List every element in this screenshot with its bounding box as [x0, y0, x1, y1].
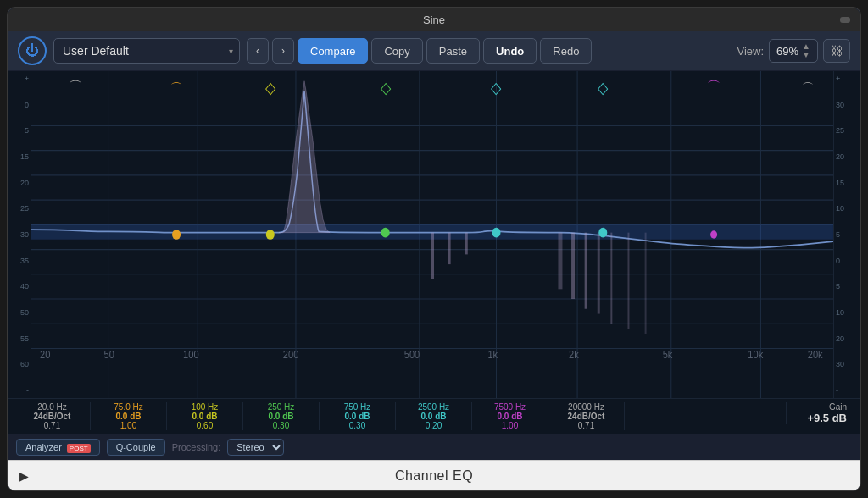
copy-button[interactable]: Copy [371, 38, 422, 64]
title-bar: Sine [8, 8, 860, 31]
svg-point-40 [598, 228, 607, 238]
post-badge: POST [67, 444, 91, 453]
link-icon: ⛓ [831, 44, 843, 58]
svg-text:◇: ◇ [598, 79, 609, 97]
undo-button[interactable]: Undo [483, 38, 537, 64]
toolbar: ⏻ User Default ▾ ‹ › Compare Copy Paste … [8, 31, 860, 71]
band-info-1: 20.0 Hz 24dB/Oct 0.71 [14, 402, 91, 430]
eq-right-db-labels: + 30 25 20 15 10 5 0 5 10 20 30 - [833, 71, 860, 398]
view-group: View: 69% ▲▼ ⛓ [737, 39, 851, 63]
svg-point-37 [266, 230, 275, 240]
power-icon: ⏻ [25, 44, 39, 58]
svg-text:100: 100 [183, 348, 199, 361]
svg-text:⌒: ⌒ [707, 79, 721, 97]
svg-point-38 [381, 228, 390, 238]
svg-text:500: 500 [404, 348, 420, 361]
svg-text:⌒: ⌒ [170, 80, 182, 96]
svg-text:⌒: ⌒ [802, 80, 814, 96]
svg-text:20k: 20k [808, 348, 824, 361]
svg-text:2k: 2k [569, 348, 580, 361]
eq-info-bar: 20.0 Hz 24dB/Oct 0.71 75.0 Hz 0.0 dB 1.0… [8, 398, 860, 434]
q-couple-button[interactable]: Q-Couple [107, 439, 165, 456]
view-label: View: [737, 45, 765, 58]
eq-canvas[interactable]: ⌒ ⌒ ◇ ◇ ◇ ◇ ⌒ ⌒ [31, 71, 833, 398]
eq-svg: ⌒ ⌒ ◇ ◇ ◇ ◇ ⌒ ⌒ [31, 71, 833, 398]
play-button[interactable]: ▶ [19, 469, 29, 483]
power-button[interactable]: ⏻ [18, 36, 47, 65]
svg-text:◇: ◇ [265, 79, 276, 97]
svg-text:50: 50 [104, 348, 115, 361]
controls-bar: Analyzer POST Q-Couple Processing: Stere… [8, 434, 860, 460]
preset-container: User Default ▾ [53, 38, 240, 64]
band-info-7: 7500 Hz 0.0 dB 1.00 [472, 402, 548, 430]
svg-point-36 [172, 230, 181, 240]
gain-display: Gain +9.5 dB [786, 402, 854, 424]
preset-dropdown[interactable]: User Default [53, 38, 240, 64]
svg-text:⌒: ⌒ [69, 79, 82, 97]
svg-point-41 [710, 230, 717, 238]
svg-text:◇: ◇ [381, 79, 392, 97]
nav-forward-button[interactable]: › [272, 38, 294, 64]
window-title: Sine [423, 14, 445, 26]
svg-text:1k: 1k [487, 348, 498, 361]
svg-text:5k: 5k [663, 348, 674, 361]
processing-label: Processing: [172, 442, 220, 452]
processing-select[interactable]: Stereo Left Right Mid Side [227, 439, 284, 456]
redo-button[interactable]: Redo [540, 38, 592, 64]
band-info-3: 100 Hz 0.0 dB 0.60 [167, 402, 243, 430]
view-spinner[interactable]: ▲▼ [802, 42, 810, 59]
svg-text:200: 200 [283, 348, 299, 361]
svg-text:20: 20 [40, 348, 51, 361]
eq-display[interactable]: + 0 5 15 20 25 30 35 40 50 55 60 - [8, 71, 860, 398]
svg-text:◇: ◇ [491, 79, 502, 97]
plugin-window: Sine ⏻ User Default ▾ ‹ › Compare Copy P… [7, 7, 861, 491]
eq-left-db-labels: + 0 5 15 20 25 30 35 40 50 55 60 - [8, 71, 31, 398]
svg-text:10k: 10k [748, 348, 764, 361]
footer: ▶ Channel EQ [8, 460, 860, 490]
band-info-4: 250 Hz 0.0 dB 0.30 [243, 402, 320, 430]
plugin-title: Channel EQ [395, 468, 473, 484]
analyzer-button[interactable]: Analyzer POST [16, 439, 100, 456]
svg-point-39 [492, 228, 500, 238]
toolbar-buttons: ‹ › Compare Copy Paste Undo Redo [247, 38, 592, 64]
compare-button[interactable]: Compare [298, 38, 368, 64]
window-minimize-btn[interactable] [840, 17, 850, 23]
band-info-8: 20000 Hz 24dB/Oct 0.71 [548, 402, 625, 430]
paste-button[interactable]: Paste [426, 38, 480, 64]
band-info-6: 2500 Hz 0.0 dB 0.20 [396, 402, 472, 430]
band-info-5: 750 Hz 0.0 dB 0.30 [320, 402, 396, 430]
band-info-2: 75.0 Hz 0.0 dB 1.00 [91, 402, 167, 430]
nav-back-button[interactable]: ‹ [247, 38, 269, 64]
view-value-display[interactable]: 69% ▲▼ [769, 39, 818, 63]
link-button[interactable]: ⛓ [823, 39, 850, 63]
